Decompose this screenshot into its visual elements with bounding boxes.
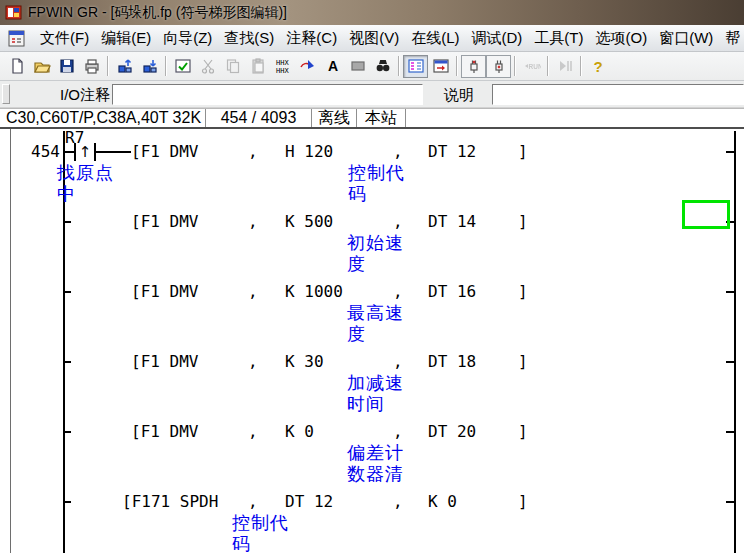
right-rail-tick xyxy=(726,431,734,433)
instruction-operand1: DT 12 xyxy=(285,493,333,511)
toolbar-separator xyxy=(165,56,167,76)
menu-item-online[interactable]: 在线(L) xyxy=(405,26,465,51)
instruction-close-bracket: ] xyxy=(518,143,528,161)
save-icon xyxy=(58,57,76,75)
operand-comment: 初始速 xyxy=(347,233,404,253)
instruction-operand2: DT 18 xyxy=(428,353,476,371)
toolbar-group xyxy=(552,55,577,78)
io-comment-label: I/O注释 xyxy=(12,86,110,105)
toolbar-group xyxy=(112,55,162,78)
status-empty xyxy=(406,109,744,127)
copy-button[interactable] xyxy=(220,55,245,78)
step-run-icon xyxy=(556,57,574,75)
operand-comment: 码 xyxy=(232,534,251,553)
menu-item-tools[interactable]: 工具(T) xyxy=(528,26,589,51)
svg-text:HHX: HHX xyxy=(276,67,289,75)
menu-item-help[interactable]: 帮 xyxy=(719,26,744,51)
status-station: 本站 xyxy=(357,109,406,127)
margin-divider xyxy=(10,129,11,553)
upload-from-plc-button[interactable] xyxy=(112,55,137,78)
menu-item-options[interactable]: 选项(O) xyxy=(589,26,653,51)
find-icon xyxy=(374,57,392,75)
menu-item-view[interactable]: 视图(V) xyxy=(343,26,405,51)
symbol-ladder-view-icon xyxy=(407,57,425,75)
ladder-editor-canvas[interactable]: 454↑R7找原点中[F1 DMV,H 120,DT 12]控制代码[F1 DM… xyxy=(0,129,744,553)
instruction-operand2: DT 16 xyxy=(428,283,476,301)
program-check-button[interactable] xyxy=(170,55,195,78)
document-window-icon[interactable] xyxy=(8,30,25,47)
menu-item-window[interactable]: 窗口(W) xyxy=(653,26,719,51)
find-button[interactable] xyxy=(370,55,395,78)
comment-input-button[interactable]: A xyxy=(320,55,345,78)
menu-item-file[interactable]: 文件(F) xyxy=(34,26,95,51)
instruction-comma: , xyxy=(248,493,258,511)
io-comment-input[interactable] xyxy=(112,84,423,105)
right-rail-tick xyxy=(726,501,734,503)
offline-mode-icon xyxy=(490,57,508,75)
window-title: FPWIN GR - [码垛机.fp (符号梯形图编辑)] xyxy=(28,4,287,22)
instruction-comma: , xyxy=(393,143,403,161)
description-input[interactable] xyxy=(492,84,744,105)
copy-icon xyxy=(224,57,242,75)
menu-item-edit[interactable]: 编辑(E) xyxy=(95,26,157,51)
instruction-close-bracket: ] xyxy=(518,213,528,231)
instruction-comma: , xyxy=(393,353,403,371)
window-titlebar: FPWIN GR - [码垛机.fp (符号梯形图编辑)] xyxy=(0,0,744,25)
online-mode-icon xyxy=(465,57,483,75)
toolbar-group: ? xyxy=(585,55,610,78)
block-comment-button[interactable] xyxy=(345,55,370,78)
main-toolbar: HHXHHXARUN? xyxy=(0,52,744,81)
contact-comment: 中 xyxy=(57,184,76,204)
paste-button[interactable] xyxy=(245,55,270,78)
step-run-button[interactable] xyxy=(552,55,577,78)
operand-comment: 度 xyxy=(347,254,366,274)
contact-wire xyxy=(63,151,74,153)
online-mode-button[interactable] xyxy=(461,55,486,78)
menu-item-search[interactable]: 查找(S) xyxy=(218,26,280,51)
instruction-opcode: [F1 DMV xyxy=(131,423,198,441)
instruction-comma: , xyxy=(393,283,403,301)
help-button[interactable]: ? xyxy=(585,55,610,78)
boolean-ladder-view-button[interactable] xyxy=(428,55,453,78)
save-button[interactable] xyxy=(54,55,79,78)
contact-comment: 找原点 xyxy=(57,163,114,183)
new-document-button[interactable] xyxy=(4,55,29,78)
run-mode-button[interactable]: RUN xyxy=(519,55,544,78)
instruction-comma: , xyxy=(248,423,258,441)
menu-item-wizard[interactable]: 向导(Z) xyxy=(157,26,218,51)
boolean-ladder-view-icon xyxy=(432,57,450,75)
step-number: 454 xyxy=(12,143,60,161)
toolbar-group xyxy=(403,55,453,78)
operand-comment: 加减速 xyxy=(347,373,404,393)
instruction-comma: , xyxy=(393,493,403,511)
symbol-ladder-view-button[interactable] xyxy=(403,55,428,78)
right-rail-tick xyxy=(726,361,734,363)
instruction-close-bracket: ] xyxy=(518,493,528,511)
instruction-opcode: [F1 DMV xyxy=(131,283,198,301)
new-document-icon xyxy=(8,57,26,75)
toolbar-separator xyxy=(514,56,516,76)
branch-tick xyxy=(63,501,71,503)
branch-tick xyxy=(63,431,71,433)
instruction-operand2: DT 12 xyxy=(428,143,476,161)
instruction-operand2: DT 20 xyxy=(428,423,476,441)
print-button[interactable] xyxy=(79,55,104,78)
instruction-operand1: K 1000 xyxy=(285,283,343,301)
toolbar-separator xyxy=(580,56,582,76)
block-comment-icon xyxy=(349,57,367,75)
toolbar-group xyxy=(461,55,511,78)
download-to-plc-icon xyxy=(141,57,159,75)
fpwin-gr-window: FPWIN GR - [码垛机.fp (符号梯形图编辑)] 文件(F)编辑(E)… xyxy=(0,0,744,553)
cut-button[interactable] xyxy=(195,55,220,78)
jump-button[interactable] xyxy=(295,55,320,78)
open-folder-button[interactable] xyxy=(29,55,54,78)
offline-mode-button[interactable] xyxy=(486,55,511,78)
toolbar-separator xyxy=(456,56,458,76)
mnemonic-view-button[interactable]: HHXHHX xyxy=(270,55,295,78)
download-to-plc-button[interactable] xyxy=(137,55,162,78)
toolbar-grip[interactable] xyxy=(2,84,10,104)
menu-item-comment[interactable]: 注释(C) xyxy=(280,26,343,51)
menu-item-debug[interactable]: 调试(D) xyxy=(465,26,528,51)
jump-icon xyxy=(299,57,317,75)
edit-cursor[interactable] xyxy=(682,200,730,229)
